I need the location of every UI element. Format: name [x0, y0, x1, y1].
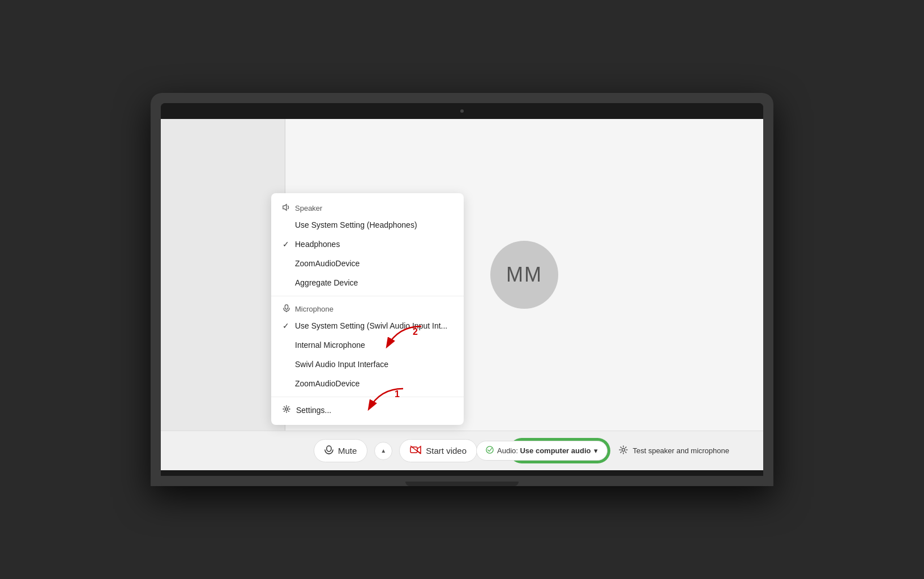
- laptop-frame: MM Speaker Use System Setting (H: [151, 93, 773, 486]
- audio-setting-icon: [486, 446, 494, 455]
- dropdown-divider: [271, 296, 464, 296]
- dropdown-item-use-system-headphones[interactable]: Use System Setting (Headphones): [271, 215, 464, 235]
- dropdown-settings-item[interactable]: Settings...: [271, 401, 464, 419]
- svg-rect-7: [327, 446, 331, 452]
- laptop-base: [161, 476, 763, 486]
- svg-point-12: [622, 449, 625, 452]
- dropdown-item-internal-microphone[interactable]: Internal Microphone: [271, 335, 464, 355]
- dropdown-divider-2: [271, 397, 464, 397]
- microphone-section-icon: [283, 304, 290, 314]
- avatar: MM: [490, 241, 558, 309]
- dropdown-item-zoom-audio-device-speaker[interactable]: ZoomAudioDevice: [271, 254, 464, 273]
- dropdown-item-use-system-swivl[interactable]: Use System Setting (Swivl Audio Input In…: [271, 316, 464, 335]
- speaker-section-header: Speaker: [271, 199, 464, 215]
- dropdown-item-zoom-audio-device-mic[interactable]: ZoomAudioDevice: [271, 374, 464, 393]
- dropdown-item-aggregate-device[interactable]: Aggregate Device: [271, 273, 464, 292]
- screen-bezel-bottom: [161, 470, 763, 476]
- screen-bezel-top: [161, 103, 763, 119]
- svg-rect-0: [285, 305, 288, 309]
- dropdown-item-headphones[interactable]: Headphones: [271, 235, 464, 254]
- svg-point-11: [486, 446, 493, 453]
- settings-gear-icon: [283, 405, 290, 415]
- chevron-up-icon: ▲: [380, 448, 386, 454]
- microphone-icon: [324, 445, 333, 456]
- zoom-app: MM Speaker Use System Setting (H: [161, 119, 763, 470]
- video-off-icon: [410, 445, 421, 456]
- audio-dropdown-menu: Speaker Use System Setting (Headphones) …: [271, 193, 464, 425]
- mute-caret-button[interactable]: ▲: [374, 442, 392, 460]
- gear-icon: [619, 445, 628, 456]
- camera-dot: [460, 109, 464, 113]
- laptop-screen: MM Speaker Use System Setting (H: [161, 103, 763, 476]
- start-video-button[interactable]: Start video: [399, 439, 477, 462]
- svg-point-2: [285, 408, 288, 410]
- avatar-initials: MM: [506, 263, 542, 287]
- audio-setting-button[interactable]: Audio: Use computer audio ▾: [476, 441, 608, 461]
- chevron-down-icon: ▾: [594, 446, 598, 455]
- dropdown-item-swivl-audio[interactable]: Swivl Audio Input Interface: [271, 355, 464, 374]
- speaker-icon: [283, 203, 290, 213]
- zoom-bottom-bar: Mute ▲ Start video: [161, 431, 763, 470]
- test-speaker-button[interactable]: Test speaker and microphone: [619, 445, 729, 456]
- microphone-section-header: Microphone: [271, 300, 464, 316]
- audio-status-bar: Audio: Use computer audio ▾ Test speaker…: [476, 441, 729, 461]
- mute-button[interactable]: Mute: [314, 439, 367, 462]
- zoom-sidebar: [161, 119, 285, 431]
